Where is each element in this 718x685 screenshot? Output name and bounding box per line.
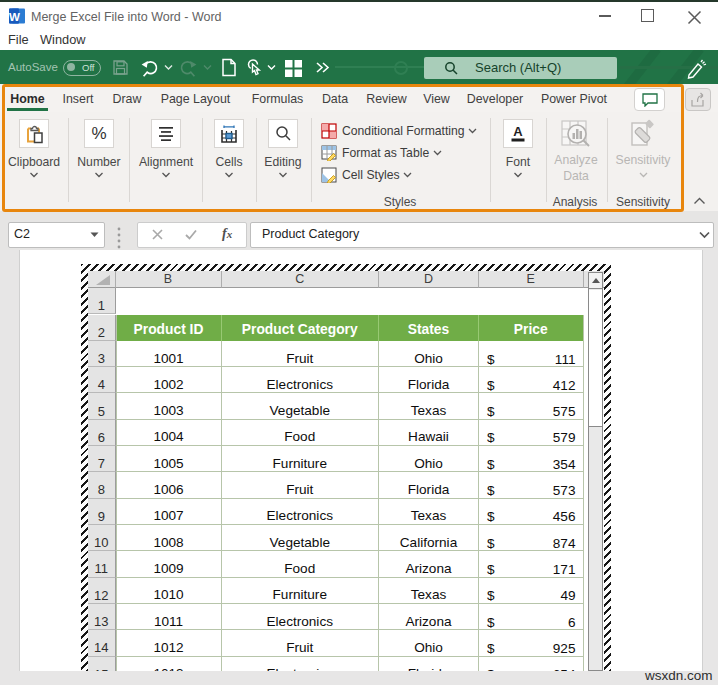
svg-text:A: A — [513, 124, 523, 139]
svg-text:W: W — [9, 11, 20, 23]
